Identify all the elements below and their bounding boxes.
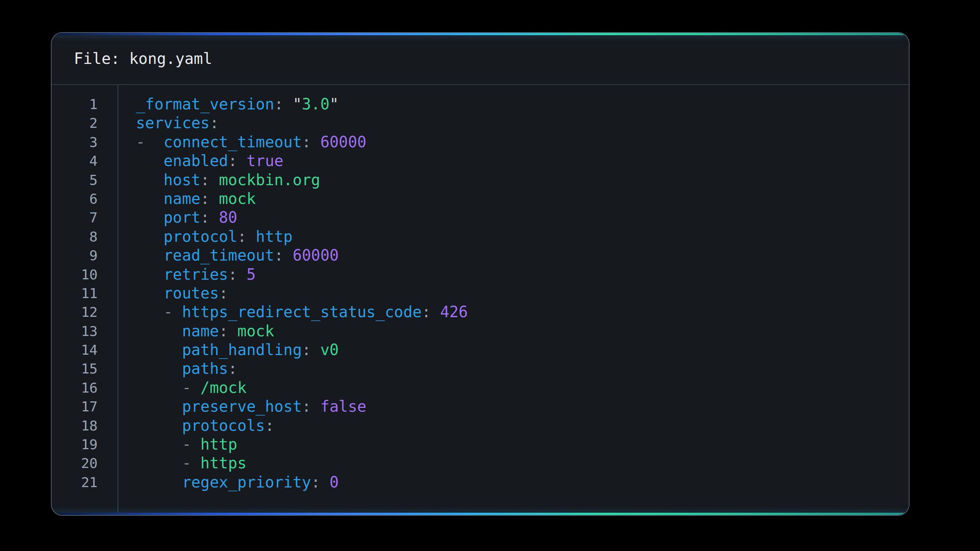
code-line-content: - http bbox=[118, 435, 237, 454]
code-token-key: path_handling bbox=[182, 341, 302, 359]
code-token-punct: : bbox=[302, 133, 311, 151]
code-line: 4 enabled: true bbox=[52, 152, 909, 170]
code-token-ws bbox=[237, 152, 247, 170]
code-line: 10 retries: 5 bbox=[52, 265, 909, 284]
code-token-punct: : bbox=[422, 303, 431, 321]
code-token-quote: " bbox=[292, 95, 302, 113]
code-line: 6 name: mock bbox=[52, 189, 909, 208]
code-line: 12 - https_redirect_status_code: 426 bbox=[52, 303, 909, 321]
code-token-punct: : bbox=[302, 341, 311, 359]
code-token-ws bbox=[136, 209, 163, 226]
line-number: 2 bbox=[52, 114, 118, 132]
code-token-dash: - bbox=[182, 379, 191, 396]
code-token-bool: false bbox=[320, 398, 366, 415]
code-token-ws bbox=[136, 417, 182, 434]
code-token-punct: : bbox=[302, 398, 311, 415]
code-token-ws bbox=[136, 341, 182, 359]
code-token-ws bbox=[210, 171, 219, 189]
code-line-content: - /mock bbox=[118, 378, 247, 397]
code-token-ws bbox=[136, 435, 182, 453]
line-number: 4 bbox=[52, 152, 118, 170]
code-token-key: paths bbox=[182, 360, 228, 377]
code-token-value-blue: http bbox=[256, 228, 292, 245]
code-token-key: name bbox=[163, 190, 200, 207]
code-token-ws bbox=[136, 303, 163, 321]
code-token-number: 60000 bbox=[320, 133, 366, 151]
code-line-content: _format_version: "3.0" bbox=[118, 95, 339, 114]
code-token-punct: : bbox=[237, 228, 247, 245]
code-token-dash: - bbox=[182, 454, 191, 472]
code-token-number: 426 bbox=[440, 303, 468, 321]
code-token-key: services bbox=[136, 114, 210, 132]
code-token-punct: : bbox=[201, 190, 210, 207]
code-token-punct: : bbox=[274, 246, 283, 264]
code-token-ws bbox=[311, 341, 320, 359]
code-token-ws bbox=[210, 190, 219, 207]
line-number: 18 bbox=[52, 416, 118, 435]
code-token-ws bbox=[311, 133, 320, 151]
code-token-key: host bbox=[163, 171, 200, 189]
code-token-ws bbox=[191, 379, 201, 396]
code-token-ws bbox=[136, 284, 163, 302]
code-token-key: https_redirect_status_code bbox=[182, 303, 421, 321]
line-number: 12 bbox=[52, 303, 118, 321]
code-token-dash: - bbox=[182, 435, 191, 453]
code-line: 8 protocol: http bbox=[52, 227, 909, 246]
code-token-punct: : bbox=[228, 360, 237, 377]
code-line: 9 read_timeout: 60000 bbox=[52, 246, 909, 265]
code-token-ws bbox=[283, 95, 292, 113]
code-line-content: preserve_host: false bbox=[118, 397, 366, 416]
code-token-punct: : bbox=[219, 322, 228, 340]
code-token-key: enabled bbox=[163, 152, 228, 170]
code-token-punct: : bbox=[201, 171, 210, 189]
code-token-ws bbox=[136, 379, 182, 396]
code-token-ws bbox=[136, 152, 163, 170]
line-number: 6 bbox=[52, 189, 118, 208]
line-number: 11 bbox=[52, 284, 118, 303]
code-token-key: retries bbox=[163, 266, 228, 283]
code-line: 18 protocols: bbox=[52, 416, 909, 435]
code-line-content: paths: bbox=[118, 359, 237, 378]
code-token-string: mockbin.org bbox=[219, 171, 320, 189]
code-token-punct: : bbox=[228, 152, 237, 170]
code-token-ws bbox=[237, 266, 247, 283]
code-token-string: mock bbox=[219, 190, 256, 207]
code-token-number: 80 bbox=[219, 209, 237, 226]
code-token-ws bbox=[136, 228, 163, 245]
code-area: 1_format_version: "3.0"2services:3- conn… bbox=[52, 85, 909, 515]
line-number: 5 bbox=[52, 171, 118, 189]
code-token-dash: - bbox=[163, 303, 173, 321]
line-number: 17 bbox=[52, 397, 118, 416]
code-line: 5 host: mockbin.org bbox=[52, 171, 909, 189]
code-token-punct: : bbox=[311, 473, 320, 491]
line-number: 1 bbox=[52, 95, 118, 114]
code-line-content: routes: bbox=[118, 284, 228, 303]
code-token-key: protocol bbox=[163, 228, 237, 245]
line-number: 19 bbox=[52, 435, 118, 454]
code-line: 11 routes: bbox=[52, 284, 909, 303]
code-token-punct: : bbox=[274, 95, 283, 113]
code-token-key: port bbox=[163, 209, 200, 226]
code-token-string: /mock bbox=[201, 379, 247, 396]
file-title: File: kong.yaml bbox=[74, 50, 212, 67]
code-token-ws bbox=[311, 398, 320, 415]
line-number: 21 bbox=[52, 473, 118, 492]
code-token-key: _format_version bbox=[136, 95, 274, 113]
bottom-gradient-border bbox=[52, 513, 909, 515]
code-token-ws bbox=[228, 322, 237, 340]
line-number: 9 bbox=[52, 246, 118, 265]
code-token-ws bbox=[191, 454, 201, 472]
code-line: 16 - /mock bbox=[52, 378, 909, 397]
code-token-string: v0 bbox=[320, 341, 339, 359]
code-token-ws bbox=[173, 303, 182, 321]
code-line: 14 path_handling: v0 bbox=[52, 341, 909, 359]
code-token-punct: : bbox=[210, 114, 219, 132]
code-token-key: connect_timeout bbox=[163, 133, 302, 151]
code-token-ws bbox=[136, 454, 182, 472]
code-line-content: protocols: bbox=[118, 416, 274, 435]
code-line-content: retries: 5 bbox=[118, 265, 256, 284]
code-lines: 1_format_version: "3.0"2services:3- conn… bbox=[52, 95, 909, 492]
code-viewer-window: File: kong.yaml 1_format_version: "3.0"2… bbox=[51, 32, 910, 516]
code-token-key: name bbox=[182, 322, 219, 340]
code-token-ws bbox=[431, 303, 440, 321]
